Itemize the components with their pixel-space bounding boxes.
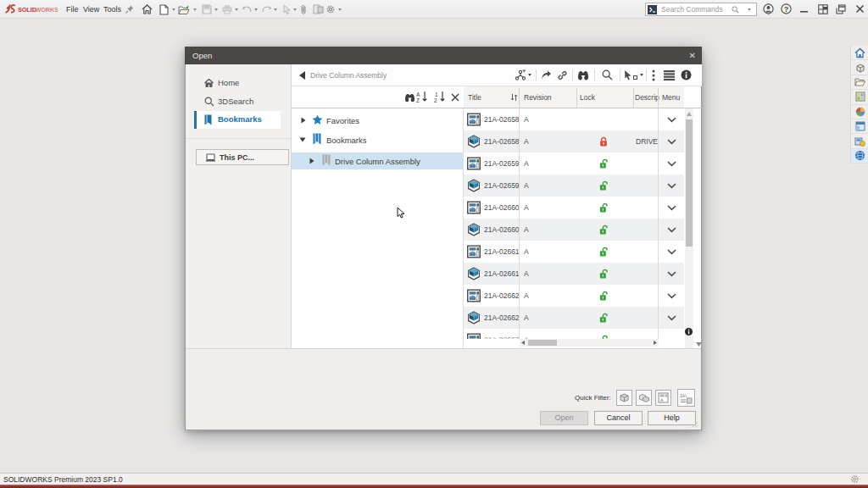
svg-text:?: ? bbox=[784, 5, 788, 14]
svg-text:A: A bbox=[416, 92, 420, 97]
svg-text:SOLID: SOLID bbox=[18, 6, 36, 14]
svg-text:2: 2 bbox=[434, 97, 437, 103]
svg-text:WORKS: WORKS bbox=[36, 6, 58, 14]
svg-text:1: 1 bbox=[435, 92, 438, 97]
svg-text:1¼: 1¼ bbox=[680, 393, 687, 398]
svg-text:Z: Z bbox=[416, 97, 420, 103]
